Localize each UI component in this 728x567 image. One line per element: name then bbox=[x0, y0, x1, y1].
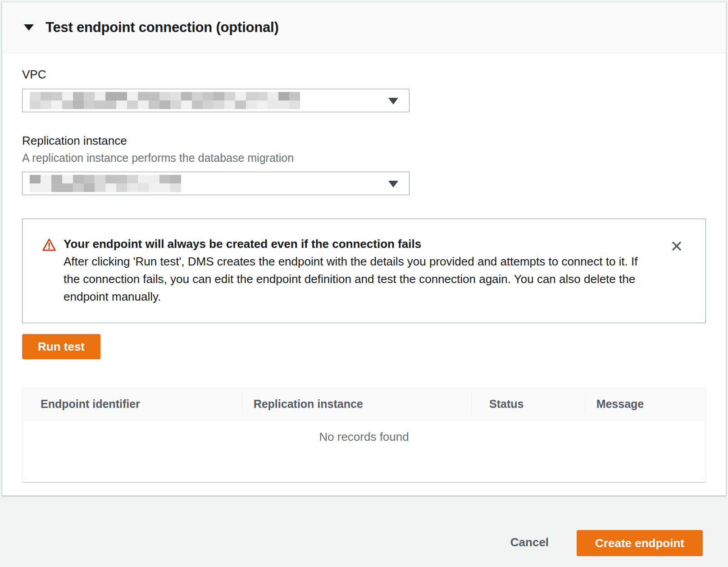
warning-alert-title: Your endpoint will always be created eve… bbox=[64, 235, 642, 253]
warning-alert-body: After clicking 'Run test', DMS creates t… bbox=[64, 253, 642, 306]
empty-table-message: No records found bbox=[23, 420, 705, 482]
section-header-toggle[interactable]: Test endpoint connection (optional) bbox=[2, 2, 726, 53]
vpc-select[interactable] bbox=[22, 89, 410, 112]
vpc-field: VPC bbox=[22, 68, 706, 112]
test-endpoint-section: Test endpoint connection (optional) VPC … bbox=[2, 2, 726, 496]
redacted-replication-instance-value bbox=[30, 175, 181, 192]
replication-instance-label: Replication instance bbox=[22, 134, 706, 148]
warning-alert: Your endpoint will always be created eve… bbox=[22, 219, 706, 323]
section-title: Test endpoint connection (optional) bbox=[46, 19, 279, 36]
run-test-button[interactable]: Run test bbox=[22, 334, 100, 359]
chevron-down-icon bbox=[388, 181, 398, 187]
collapse-caret-icon bbox=[24, 24, 34, 31]
replication-instance-field: Replication instance A replication insta… bbox=[22, 134, 706, 195]
vpc-label: VPC bbox=[22, 68, 706, 82]
create-endpoint-button[interactable]: Create endpoint bbox=[577, 530, 703, 556]
table-header-row: Endpoint identifier Replication instance… bbox=[23, 389, 705, 420]
warning-triangle-icon bbox=[42, 238, 56, 251]
test-results-table: Endpoint identifier Replication instance… bbox=[22, 388, 706, 483]
column-header-message: Message bbox=[585, 398, 705, 411]
chevron-down-icon bbox=[388, 98, 398, 105]
column-header-replication-instance: Replication instance bbox=[242, 398, 471, 411]
cancel-button[interactable]: Cancel bbox=[510, 535, 549, 549]
warning-alert-text: Your endpoint will always be created eve… bbox=[64, 235, 642, 306]
close-icon[interactable] bbox=[669, 239, 684, 253]
column-header-status: Status bbox=[471, 398, 585, 411]
replication-instance-description: A replication instance performs the data… bbox=[22, 151, 706, 165]
replication-instance-select[interactable] bbox=[22, 172, 410, 195]
form-actions-bar: Cancel Create endpoint bbox=[0, 496, 728, 565]
section-body: VPC Replication instance A replication i… bbox=[2, 53, 726, 483]
redacted-vpc-value bbox=[30, 92, 300, 109]
column-header-endpoint-identifier: Endpoint identifier bbox=[23, 398, 242, 411]
